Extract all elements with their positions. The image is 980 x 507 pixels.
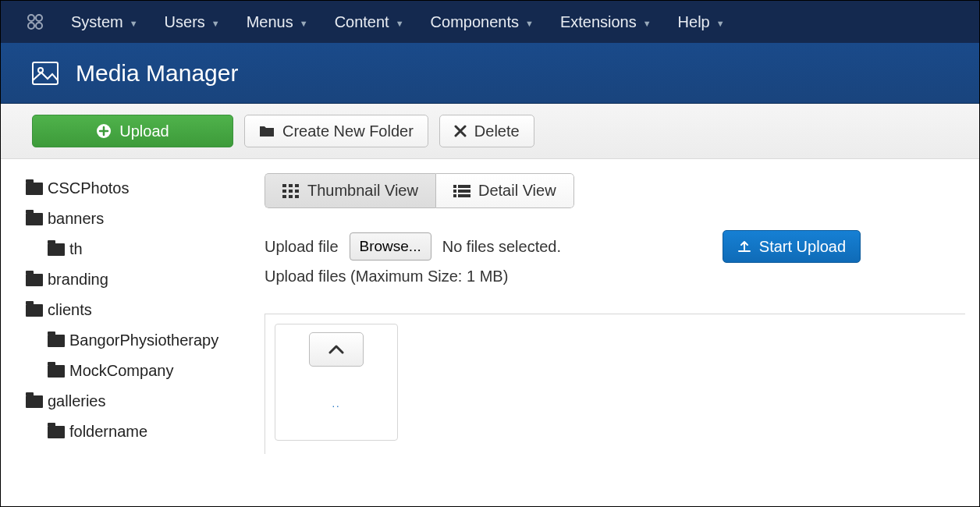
tree-item[interactable]: banners xyxy=(26,204,250,234)
action-toolbar: Upload Create New Folder Delete xyxy=(1,104,979,159)
folder-icon xyxy=(48,365,65,378)
topnav-item-help[interactable]: Help▼ xyxy=(678,13,725,31)
chevron-down-icon: ▼ xyxy=(643,19,652,28)
upload-size-hint: Upload files (Maximum Size: 1 MB) xyxy=(265,268,965,285)
module-header: Media Manager xyxy=(1,43,979,104)
svg-rect-18 xyxy=(453,190,456,193)
parent-dir-label: .. xyxy=(332,398,340,410)
tree-item[interactable]: th xyxy=(48,234,250,264)
folder-icon xyxy=(48,243,65,256)
svg-point-5 xyxy=(38,68,43,73)
list-icon xyxy=(453,184,470,198)
tree-item[interactable]: MockCompany xyxy=(48,356,250,386)
svg-rect-21 xyxy=(458,194,470,197)
create-folder-button[interactable]: Create New Folder xyxy=(244,115,428,147)
x-icon xyxy=(454,125,467,137)
chevron-down-icon: ▼ xyxy=(130,19,138,28)
chevron-down-icon: ▼ xyxy=(716,19,725,28)
chevron-down-icon: ▼ xyxy=(396,19,404,28)
topnav-item-extensions[interactable]: Extensions▼ xyxy=(560,13,652,31)
folder-icon xyxy=(26,395,43,408)
svg-rect-13 xyxy=(282,195,286,198)
folder-icon xyxy=(259,125,275,137)
folder-icon xyxy=(48,426,65,438)
page-title: Media Manager xyxy=(76,60,238,87)
upload-file-label: Upload file xyxy=(265,238,339,256)
grid-icon xyxy=(282,184,300,198)
folder-tree-sidebar: CSCPhotos banners th branding clients Ba… xyxy=(1,159,258,462)
svg-rect-4 xyxy=(33,62,58,84)
svg-rect-8 xyxy=(289,184,293,187)
svg-rect-17 xyxy=(458,185,470,188)
svg-point-0 xyxy=(28,15,34,21)
topnav-item-menus[interactable]: Menus▼ xyxy=(247,13,308,31)
topnav-item-content[interactable]: Content▼ xyxy=(335,13,404,31)
upload-row: Upload file Browse... No files selected.… xyxy=(265,230,965,263)
thumbnail-view-tab[interactable]: Thumbnail View xyxy=(265,173,435,208)
chevron-up-icon xyxy=(328,345,344,354)
svg-point-3 xyxy=(36,23,42,29)
view-toggle: Thumbnail View Detail View xyxy=(265,173,574,208)
folder-icon xyxy=(26,183,43,195)
topnav-item-users[interactable]: Users▼ xyxy=(165,13,220,31)
upload-button[interactable]: Upload xyxy=(32,115,233,147)
svg-point-2 xyxy=(28,23,34,29)
image-icon xyxy=(32,62,59,85)
parent-directory-thumb[interactable]: .. xyxy=(275,324,398,441)
folder-icon xyxy=(26,213,43,225)
main-area: CSCPhotos banners th branding clients Ba… xyxy=(1,159,979,462)
svg-rect-11 xyxy=(289,190,293,193)
joomla-logo-icon xyxy=(26,12,44,31)
file-selected-status: No files selected. xyxy=(442,238,561,256)
folder-icon xyxy=(26,304,43,317)
chevron-down-icon: ▼ xyxy=(300,19,308,28)
admin-top-nav: System▼ Users▼ Menus▼ Content▼ Component… xyxy=(1,1,979,43)
content-area: Thumbnail View Detail View Upload file B… xyxy=(258,159,979,462)
tree-item[interactable]: BangorPhysiotherapy xyxy=(48,325,250,356)
svg-rect-19 xyxy=(458,190,470,193)
svg-rect-7 xyxy=(282,184,286,187)
browse-button[interactable]: Browse... xyxy=(350,232,431,261)
tree-item[interactable]: clients xyxy=(26,295,250,325)
svg-rect-14 xyxy=(289,195,293,198)
svg-rect-16 xyxy=(453,185,456,188)
delete-button[interactable]: Delete xyxy=(439,115,534,147)
tree-item[interactable]: foldername xyxy=(48,417,250,447)
tree-item[interactable]: branding xyxy=(26,264,250,295)
go-up-button[interactable] xyxy=(309,332,364,367)
upload-icon xyxy=(737,239,751,254)
folder-icon xyxy=(26,274,43,286)
folder-icon xyxy=(48,335,65,347)
tree-item[interactable]: CSCPhotos xyxy=(26,173,250,204)
svg-rect-12 xyxy=(295,190,299,193)
svg-rect-9 xyxy=(295,184,299,187)
chevron-down-icon: ▼ xyxy=(525,19,534,28)
svg-point-1 xyxy=(36,15,42,21)
svg-rect-20 xyxy=(453,194,456,197)
detail-view-tab[interactable]: Detail View xyxy=(435,173,574,208)
svg-rect-10 xyxy=(282,190,286,193)
start-upload-button[interactable]: Start Upload xyxy=(723,230,861,263)
topnav-item-system[interactable]: System▼ xyxy=(71,13,138,31)
file-browser-pane: .. xyxy=(265,314,965,454)
plus-circle-icon xyxy=(96,123,112,139)
tree-item[interactable]: galleries xyxy=(26,386,250,417)
chevron-down-icon: ▼ xyxy=(211,19,220,28)
svg-rect-15 xyxy=(295,195,299,198)
topnav-item-components[interactable]: Components▼ xyxy=(431,13,534,31)
